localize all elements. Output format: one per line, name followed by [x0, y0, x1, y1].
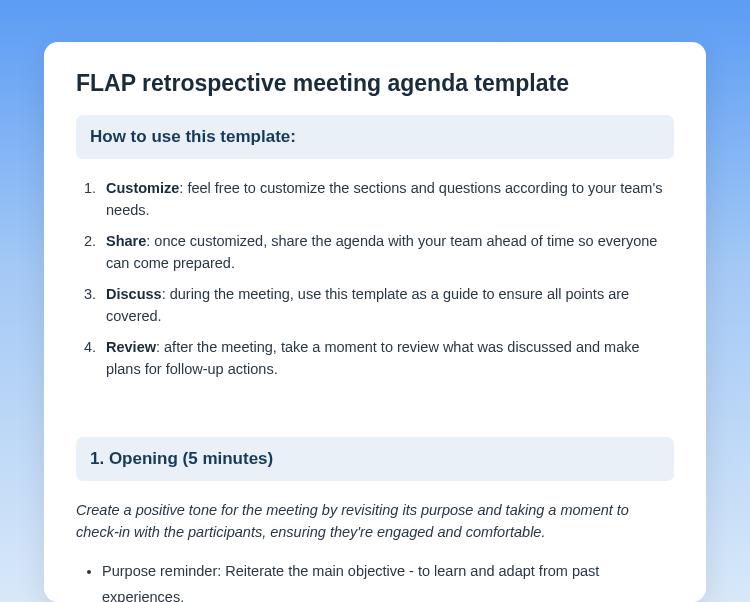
howto-step-term: Customize [106, 180, 179, 196]
howto-step-term: Share [106, 233, 146, 249]
howto-step: Customize: feel free to customize the se… [100, 177, 674, 222]
howto-header-text: How to use this template: [90, 127, 660, 147]
howto-step-desc: : feel free to customize the sections an… [106, 180, 662, 218]
howto-step-desc: : once customized, share the agenda with… [106, 233, 657, 271]
document-title: FLAP retrospective meeting agenda templa… [76, 70, 674, 97]
howto-step-term: Review [106, 339, 156, 355]
document-card: FLAP retrospective meeting agenda templa… [44, 42, 706, 602]
list-item: Purpose reminder: Reiterate the main obj… [102, 558, 674, 602]
howto-step-term: Discuss [106, 286, 162, 302]
howto-step: Review: after the meeting, take a moment… [100, 336, 674, 381]
howto-step: Discuss: during the meeting, use this te… [100, 283, 674, 328]
section-opening: 1. Opening (5 minutes) Create a positive… [76, 437, 674, 602]
howto-step: Share: once customized, share the agenda… [100, 230, 674, 275]
section1-header-text: 1. Opening (5 minutes) [90, 449, 660, 469]
howto-section-header: How to use this template: [76, 115, 674, 159]
section1-header: 1. Opening (5 minutes) [76, 437, 674, 481]
section1-bullets: Purpose reminder: Reiterate the main obj… [76, 558, 674, 602]
howto-steps-list: Customize: feel free to customize the se… [76, 177, 674, 381]
section1-description: Create a positive tone for the meeting b… [76, 499, 674, 544]
howto-step-desc: : during the meeting, use this template … [106, 286, 629, 324]
howto-step-desc: : after the meeting, take a moment to re… [106, 339, 640, 377]
